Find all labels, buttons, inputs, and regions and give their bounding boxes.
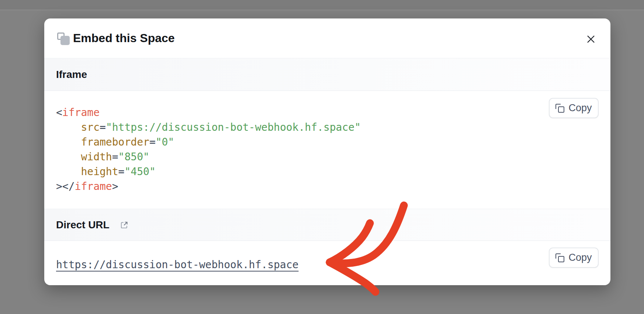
copy-icon: [555, 104, 564, 113]
copy-iframe-button[interactable]: Copy: [549, 98, 599, 118]
embed-space-modal: Embed this Space Iframe <iframe src="htt…: [44, 18, 610, 285]
copy-icon: [555, 253, 564, 262]
iframe-section-header: Iframe: [44, 58, 610, 91]
copy-button-label: Copy: [568, 102, 592, 114]
direct-url-section-header: Direct URL: [44, 209, 610, 241]
modal-title: Embed this Space: [73, 31, 175, 45]
close-button[interactable]: [584, 32, 598, 47]
close-icon: [586, 35, 595, 44]
embed-icon: [57, 33, 70, 45]
copy-url-button[interactable]: Copy: [549, 248, 599, 268]
embed-code-block: <iframe src="https://discussion-bot-webh…: [56, 105, 361, 194]
direct-url-link[interactable]: https://discussion-bot-webhook.hf.space: [56, 257, 298, 272]
direct-url-section-label: Direct URL: [56, 219, 110, 231]
copy-button-label: Copy: [568, 252, 592, 263]
iframe-section-label: Iframe: [56, 69, 87, 81]
embed-icon-front: [60, 36, 70, 45]
background-page-header: [0, 0, 644, 10]
external-link-icon[interactable]: [119, 220, 129, 230]
